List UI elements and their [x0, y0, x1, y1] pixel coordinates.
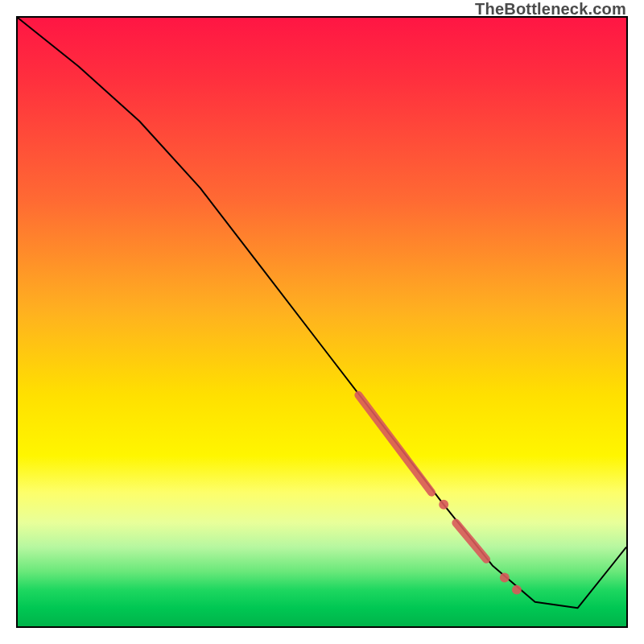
main-curve-path: [18, 18, 626, 608]
highlight-segment-0: [358, 395, 431, 493]
chart-svg: [18, 18, 626, 626]
plot-area: [16, 16, 628, 628]
highlight-dot-2: [512, 585, 522, 595]
highlight-segment-1: [456, 522, 486, 559]
highlight-dot-1: [500, 573, 510, 583]
highlight-dot-0: [439, 500, 448, 510]
chart-container: TheBottleneck.com: [0, 0, 644, 644]
highlight-segments: [358, 395, 486, 559]
